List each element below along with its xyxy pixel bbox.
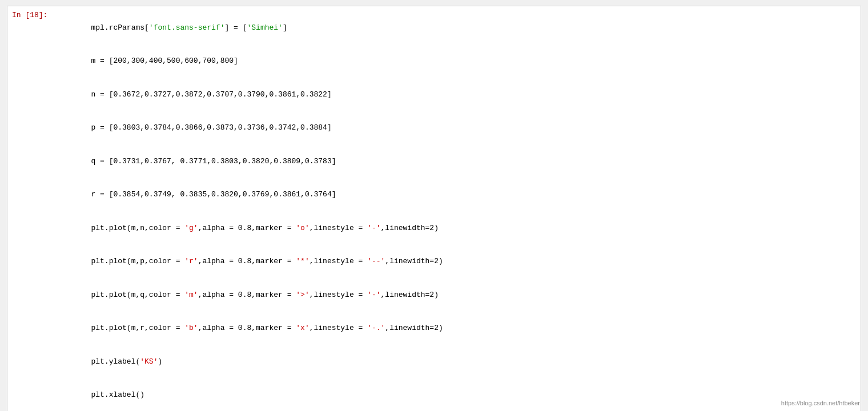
code-line-1: mpl.rcParams['font.sans-serif'] = ['Simh… [55, 11, 858, 45]
code-line-12: plt.xlabel() [55, 378, 858, 412]
cell-label: In [18]: [7, 11, 53, 19]
cell-content: mpl.rcParams['font.sans-serif'] = ['Simh… [53, 11, 861, 411]
code-line-8: plt.plot(m,p,color = 'r',alpha = 0.8,mar… [55, 245, 858, 279]
code-line-4: p = [0.3803,0.3784,0.3866,0.3873,0.3736,… [55, 111, 858, 145]
code-line-5: q = [0.3731,0.3767, 0.3771,0.3803,0.3820… [55, 144, 858, 178]
code-line-9: plt.plot(m,q,color = 'm',alpha = 0.8,mar… [55, 278, 858, 312]
code-line-6: r = [0.3854,0.3749, 0.3835,0.3820,0.3769… [55, 178, 858, 212]
watermark-fixed: https://blog.csdn.net/htbeker [781, 400, 860, 406]
code-line-10: plt.plot(m,r,color = 'b',alpha = 0.8,mar… [55, 312, 858, 345]
code-line-2: m = [200,300,400,500,600,700,800] [55, 45, 858, 78]
notebook-cell: In [18]: mpl.rcParams['font.sans-serif']… [7, 6, 861, 411]
code-line-11: plt.ylabel('KS') [55, 345, 858, 378]
code-line-7: plt.plot(m,n,color = 'g',alpha = 0.8,mar… [55, 211, 858, 245]
code-line-3: n = [0.3672,0.3727,0.3872,0.3707,0.3790,… [55, 78, 858, 111]
